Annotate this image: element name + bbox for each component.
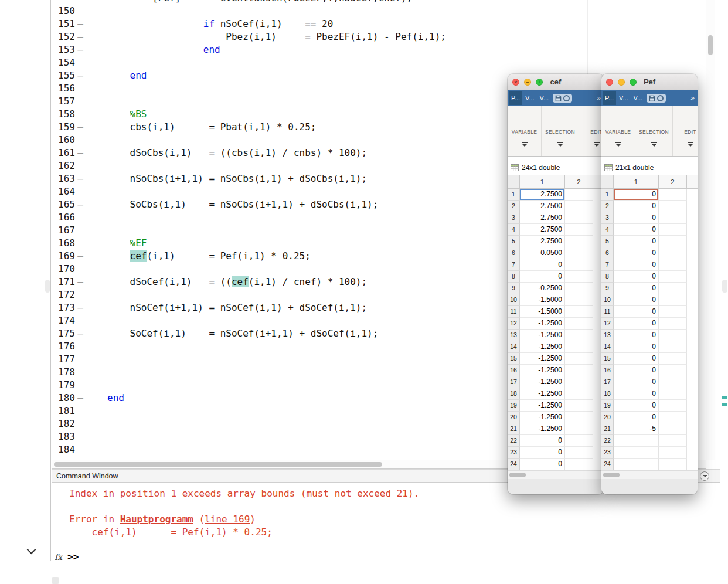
scrollbar-thumb[interactable] [54, 462, 382, 467]
splitter-handle[interactable] [45, 280, 50, 293]
table-cell[interactable] [565, 201, 593, 212]
table-cell[interactable]: -1.2500 [520, 318, 565, 330]
code-line[interactable]: 150 [52, 5, 706, 18]
table-cell[interactable]: 0 [614, 388, 659, 400]
table-cell[interactable]: 0 [614, 271, 659, 283]
row-header[interactable]: 4 [508, 224, 520, 236]
table-horizontal-scrollbar[interactable] [508, 470, 604, 479]
row-header[interactable]: 23 [601, 447, 614, 459]
table-cell[interactable] [659, 388, 687, 400]
table-cell[interactable]: 0 [614, 365, 659, 376]
table-cell[interactable] [659, 459, 687, 470]
toolstrip-tab[interactable]: V... [538, 91, 552, 105]
table-cell[interactable]: 2.7500 [520, 212, 565, 224]
table-cell[interactable] [565, 447, 593, 459]
table-cell[interactable] [659, 189, 687, 201]
zoom-button[interactable]: + [536, 79, 543, 86]
table-cell[interactable]: 0 [614, 400, 659, 412]
occurrence-marker[interactable] [722, 396, 727, 399]
code-line[interactable]: 152– Pbez(i,1) = PbezEF(i,1) - Pef(i,1); [52, 30, 706, 43]
table-cell[interactable]: -1.2500 [520, 412, 565, 423]
table-cell[interactable]: -0.2500 [520, 283, 565, 294]
row-header[interactable]: 15 [508, 353, 520, 365]
row-header[interactable]: 20 [508, 412, 520, 423]
table-cell[interactable]: 2.7500 [520, 201, 565, 212]
code-line[interactable]: 154 [52, 56, 706, 69]
row-header[interactable]: 11 [601, 306, 614, 318]
table-cell[interactable] [659, 447, 687, 459]
table-cell[interactable]: 0 [614, 283, 659, 294]
row-header[interactable]: 18 [601, 388, 614, 400]
row-header[interactable]: 5 [508, 236, 520, 247]
table-cell[interactable] [659, 412, 687, 423]
table-cell[interactable] [565, 259, 593, 271]
table-cell[interactable]: 0 [520, 459, 565, 470]
row-header[interactable]: 2 [601, 201, 614, 212]
table-cell[interactable] [659, 306, 687, 318]
row-header[interactable]: 11 [508, 306, 520, 318]
table-cell[interactable]: 0 [614, 330, 659, 341]
row-header[interactable]: 16 [601, 365, 614, 376]
row-header[interactable]: 14 [601, 341, 614, 353]
table-cell[interactable] [565, 271, 593, 283]
table-cell[interactable] [659, 330, 687, 341]
table-cell[interactable] [659, 201, 687, 212]
variable-editor-window-pef[interactable]: PefP...V...V...»VARIABLESELECTIONEDIT21x… [601, 74, 698, 494]
row-header[interactable]: 13 [601, 330, 614, 341]
table-cell[interactable] [659, 271, 687, 283]
scrollbar-thumb[interactable] [603, 473, 620, 477]
table-cell[interactable] [565, 330, 593, 341]
table-cell[interactable] [659, 400, 687, 412]
column-header[interactable]: 2 [565, 175, 593, 188]
row-header[interactable]: 6 [508, 247, 520, 259]
scrollbar-thumb[interactable] [708, 35, 713, 55]
table-cell[interactable]: 0 [614, 259, 659, 271]
row-header[interactable]: 3 [508, 212, 520, 224]
row-header[interactable]: 2 [508, 201, 520, 212]
error-link-function[interactable]: Hauptprogramm [120, 514, 193, 525]
table-cell[interactable] [565, 388, 593, 400]
row-header[interactable]: 10 [601, 294, 614, 306]
row-header[interactable]: 19 [508, 400, 520, 412]
close-button[interactable] [606, 79, 613, 86]
row-header[interactable]: 8 [601, 271, 614, 283]
table-cell[interactable]: 0 [614, 189, 659, 201]
minimize-button[interactable]: – [524, 79, 531, 86]
zoom-button[interactable] [630, 79, 637, 86]
toolstrip-tab[interactable]: P... [603, 91, 616, 105]
table-cell[interactable] [565, 400, 593, 412]
ribbon-expand-button[interactable] [615, 142, 621, 147]
table-cell[interactable] [565, 353, 593, 365]
table-cell[interactable]: 0.0500 [520, 247, 565, 259]
row-header[interactable]: 4 [601, 224, 614, 236]
table-cell[interactable]: -1.2500 [520, 341, 565, 353]
row-header[interactable]: 17 [508, 376, 520, 388]
table-cell[interactable] [659, 353, 687, 365]
row-header[interactable]: 19 [601, 400, 614, 412]
row-header[interactable]: 21 [508, 423, 520, 435]
ribbon-expand-button[interactable] [651, 142, 657, 147]
table-cell[interactable] [659, 259, 687, 271]
row-header[interactable]: 17 [601, 376, 614, 388]
row-header[interactable]: 10 [508, 294, 520, 306]
editor-vertical-scrollbar[interactable] [706, 0, 715, 460]
row-header[interactable]: 20 [601, 412, 614, 423]
table-cell[interactable]: 2.7500 [520, 224, 565, 236]
scrollbar-thumb[interactable] [509, 473, 526, 477]
table-cell[interactable]: 0 [614, 294, 659, 306]
table-cell[interactable] [659, 341, 687, 353]
chevron-down-icon[interactable] [27, 545, 36, 555]
variable-editor-window-cef[interactable]: ×–+cefP...V...V...»VARIABLESELECTIONEDIT… [508, 74, 604, 494]
command-window[interactable]: Index in position 1 exceeds array bounds… [52, 483, 720, 584]
row-header[interactable]: 6 [601, 247, 614, 259]
table-cell[interactable]: -1.2500 [520, 376, 565, 388]
minimize-button[interactable] [618, 79, 625, 86]
row-header[interactable]: 24 [601, 459, 614, 470]
row-header[interactable]: 12 [601, 318, 614, 330]
ribbon-expand-button[interactable] [688, 142, 693, 147]
toolstrip-tab[interactable]: V... [617, 91, 631, 105]
table-cell[interactable] [565, 247, 593, 259]
table-cell[interactable] [659, 365, 687, 376]
table-cell[interactable]: -1.2500 [520, 330, 565, 341]
table-cell[interactable]: -1.5000 [520, 294, 565, 306]
